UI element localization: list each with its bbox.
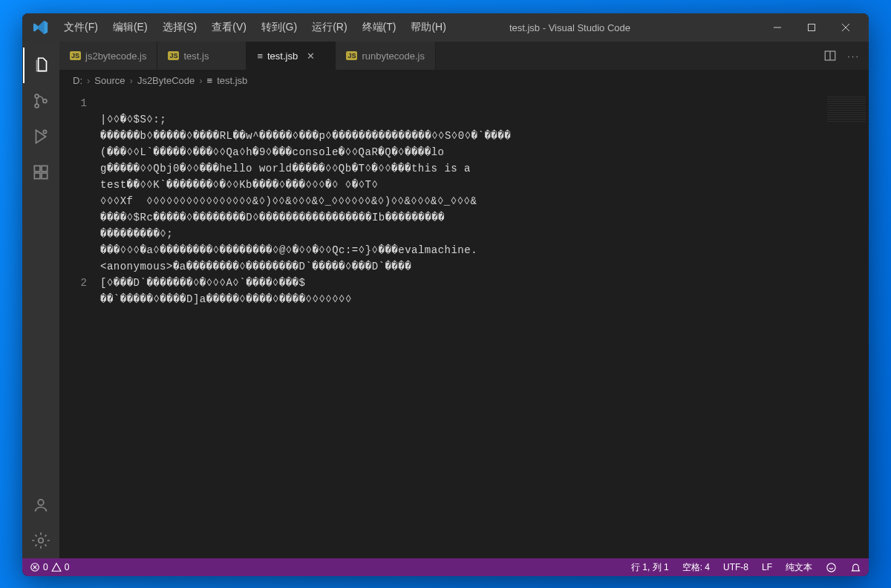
code-line: ◊◊◊Xf ◊◊◊◊◊◊◊◊◊◊◊◊◊◊◊◊&◊)◊◊&◊◊◊&◊_◊◊◊◊◊◊… [100, 193, 817, 209]
menu-select[interactable]: 选择(S) [155, 18, 205, 37]
run-debug-icon[interactable] [23, 119, 59, 154]
tabs-row: JS js2bytecode.js JS test.js ≡ test.jsb … [59, 42, 869, 70]
code-line: ����◊$Rc�����◊��������D◊����������������… [100, 209, 817, 226]
status-encoding[interactable]: UTF-8 [723, 562, 748, 572]
menu-help[interactable]: 帮助(H) [403, 18, 453, 37]
code-line: test��◊◊K`�������◊�◊◊Kb����◊���◊◊◊�◊ ◊�◊… [100, 177, 817, 193]
svg-point-4 [43, 130, 46, 133]
svg-rect-7 [42, 173, 48, 179]
svg-point-1 [35, 94, 39, 98]
tab-label: js2bytecode.js [85, 50, 146, 62]
window-controls [760, 13, 863, 42]
error-count: 0 [43, 562, 48, 572]
chevron-right-icon: › [87, 75, 90, 86]
close-icon[interactable]: ✕ [307, 50, 319, 62]
svg-point-9 [38, 500, 44, 506]
menu-file[interactable]: 文件(F) [56, 18, 105, 37]
tab-runbytecode[interactable]: JS runbytecode.js [336, 42, 436, 70]
window-title: test.jsb - Visual Studio Code [454, 22, 760, 33]
js-file-icon: JS [168, 51, 179, 60]
svg-rect-0 [809, 24, 815, 31]
minimap[interactable] [824, 91, 869, 558]
status-ln-col[interactable]: 行 1, 列 1 [631, 561, 669, 574]
svg-point-2 [35, 104, 39, 108]
chevron-right-icon: › [199, 75, 202, 86]
menu-bar: 文件(F) 编辑(E) 选择(S) 查看(V) 转到(G) 运行(R) 终端(T… [56, 18, 454, 37]
minimize-button[interactable] [760, 13, 794, 42]
code-line: g�����◊◊Qbj0�◊◊���hello world�����◊◊Qb�T… [100, 160, 817, 177]
tab-label: test.jsb [267, 50, 298, 62]
svg-rect-5 [34, 166, 40, 172]
menu-edit[interactable]: 编辑(E) [105, 18, 155, 37]
code-line: ���◊◊◊�a◊��������◊��������◊@◊�◊◊�◊◊Qc:=◊… [100, 242, 817, 258]
code-line: ������b◊�����◊����RL��w^�����◊���p◊�����… [100, 128, 817, 144]
more-actions-icon[interactable]: ··· [847, 50, 860, 62]
svg-point-13 [827, 563, 835, 571]
code-content[interactable]: |◊◊�◊$S◊:;������b◊�����◊����RL��w^�����◊… [100, 91, 824, 558]
binary-file-icon: ≡ [257, 50, 263, 62]
crumb-source[interactable]: Source [94, 75, 125, 86]
breadcrumb[interactable]: D: › Source › Js2ByteCode › ≡ test.jsb [59, 70, 869, 91]
titlebar: 文件(F) 编辑(E) 选择(S) 查看(V) 转到(G) 运行(R) 终端(T… [22, 13, 869, 42]
feedback-icon[interactable] [826, 562, 837, 573]
line-number: 1 [59, 95, 87, 111]
tab-label: runbytecode.js [362, 50, 425, 62]
menu-view[interactable]: 查看(V) [204, 18, 254, 37]
crumb-folder[interactable]: Js2ByteCode [137, 75, 195, 86]
accounts-icon[interactable] [23, 487, 59, 523]
split-editor-icon[interactable] [823, 49, 837, 62]
menu-terminal[interactable]: 终端(T) [355, 18, 404, 37]
tab-testjs[interactable]: JS test.js [157, 42, 247, 70]
code-line: <anonymous>�a��������◊��������D`�����◊��… [100, 258, 817, 275]
bell-icon[interactable] [850, 562, 861, 573]
code-line: (���◊◊L`�����◊���◊◊Qa◊h�9◊���console�◊◊Q… [100, 144, 817, 160]
js-file-icon: JS [70, 51, 81, 60]
line-number: 2 [59, 275, 87, 291]
svg-point-10 [39, 538, 44, 543]
status-lang[interactable]: 纯文本 [786, 561, 812, 574]
crumb-drive[interactable]: D: [73, 75, 82, 86]
code-line: [◊���D`�������◊�◊◊◊A◊`����◊���$ [100, 275, 817, 291]
maximize-button[interactable] [794, 13, 829, 42]
js-file-icon: JS [346, 51, 357, 60]
status-spaces[interactable]: 空格: 4 [682, 561, 710, 574]
code-line: |◊◊�◊$S◊:; [100, 111, 817, 128]
tab-js2bytecode[interactable]: JS js2bytecode.js [59, 42, 157, 70]
editor[interactable]: 1 2 |◊◊�◊$S◊:;������b◊�����◊����RL��w^��… [59, 91, 869, 558]
vscode-logo-icon [33, 19, 49, 36]
svg-rect-8 [42, 166, 48, 172]
vscode-window: 文件(F) 编辑(E) 选择(S) 查看(V) 转到(G) 运行(R) 终端(T… [22, 13, 869, 576]
binary-file-icon: ≡ [207, 75, 213, 86]
warning-count: 0 [65, 562, 70, 572]
menu-run[interactable]: 运行(R) [304, 18, 354, 37]
settings-gear-icon[interactable] [23, 523, 59, 558]
code-line: ���������◊; [100, 226, 817, 242]
tab-label: test.js [183, 50, 209, 62]
tab-testjsb[interactable]: ≡ test.jsb ✕ [247, 42, 336, 70]
explorer-icon[interactable] [23, 48, 59, 83]
errors-warnings[interactable]: 0 0 [30, 562, 69, 572]
crumb-file[interactable]: test.jsb [217, 75, 247, 86]
extensions-icon[interactable] [23, 154, 59, 190]
code-line: ��`�����◊����D]a�����◊����◊����◊◊◊◊◊◊◊ [100, 291, 817, 307]
status-eol[interactable]: LF [762, 562, 772, 572]
menu-go[interactable]: 转到(G) [254, 18, 304, 37]
editor-group: JS js2bytecode.js JS test.js ≡ test.jsb … [59, 42, 869, 558]
svg-rect-6 [34, 173, 40, 179]
activity-bar [22, 42, 59, 558]
source-control-icon[interactable] [23, 83, 59, 119]
chevron-right-icon: › [130, 75, 133, 86]
status-bar: 0 0 行 1, 列 1 空格: 4 UTF-8 LF 纯文本 [22, 558, 869, 576]
close-button[interactable] [829, 13, 863, 42]
gutter: 1 2 [59, 91, 100, 558]
